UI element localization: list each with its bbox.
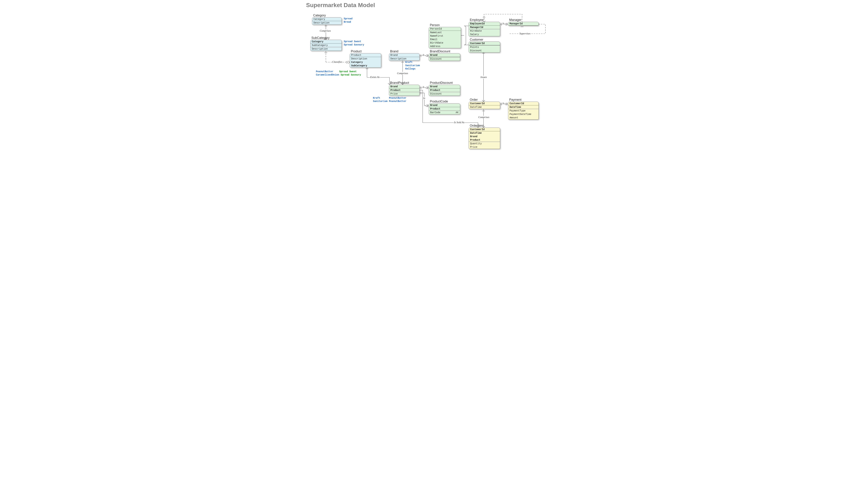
entity-title: Person	[430, 23, 440, 27]
field-brand: Brand	[429, 85, 460, 89]
field-description: Description	[389, 57, 419, 60]
field-brand: Brand	[389, 85, 419, 89]
entity-title: Product	[351, 50, 362, 53]
svg-point-25	[426, 105, 428, 107]
entity-subcategory: SubCategoryCategorySubCategoryDescriptio…	[310, 40, 342, 51]
entity-title: ProductCode	[430, 100, 448, 103]
field-amount: Amount	[508, 116, 539, 119]
field-product: Product	[429, 107, 460, 110]
entity-productdiscount: ProductDiscountBrandProductDiscount	[429, 85, 460, 96]
rel-comprises-brand-bp: Comprises	[397, 72, 408, 75]
rel-is-brand-discount: Is	[422, 54, 425, 57]
field-datetime: DateTime	[508, 105, 539, 109]
field-paymentdatetime: PaymentDateTime	[508, 112, 539, 116]
field-category: Category	[312, 17, 342, 21]
note-product: PeanutButter Spread Sweet CaramelisedOni…	[316, 70, 361, 77]
field-customerid: CustomerId	[508, 102, 539, 105]
svg-point-39	[483, 16, 485, 18]
entity-title: Manager	[509, 18, 522, 22]
field-price: Price	[389, 92, 419, 95]
entity-order: OrderCustomerIdDateTime	[469, 102, 500, 109]
svg-point-15	[426, 55, 428, 57]
field-quantity: Quantity	[469, 142, 500, 145]
field-discount: Discount	[429, 92, 460, 95]
field-subcategory: SubCategory	[350, 64, 381, 67]
diagram-title: Supermarket Data Model	[306, 2, 375, 9]
field-managerid: ManagerId	[508, 22, 539, 26]
entity-employee: EmployeeEmployeeIdManagerIdHireDateSalar…	[469, 22, 500, 36]
entity-title: BrandDiscount	[430, 50, 450, 53]
field-product: Product	[389, 89, 419, 92]
rel-is-sold-as: Is Sold As	[454, 121, 465, 124]
field-personid: PersonId	[429, 27, 461, 31]
entity-title: Brand	[390, 50, 398, 53]
field-brand: Brand	[469, 135, 500, 138]
field-email: Email	[429, 38, 461, 41]
entity-category: CategoryCategoryDescription	[312, 17, 342, 25]
entity-branddiscount: BrandDiscountBrandDiscount	[429, 53, 460, 61]
field-description: Description	[312, 21, 342, 25]
rel-comprises-cat-sub: Comprises	[319, 29, 331, 32]
field-subcategory: SubCategory	[311, 44, 342, 47]
field-product: Product	[350, 54, 381, 57]
field-datetime: DateTime	[469, 105, 500, 109]
svg-point-36	[505, 23, 507, 25]
field-discount: Discount	[469, 49, 500, 52]
field-datetime: DateTime	[469, 131, 500, 135]
field-hiredate: HireDate	[469, 29, 500, 33]
entity-title: ProductDiscount	[430, 81, 453, 85]
entity-productcode: ProductCodeBrandProductBarCodeAK	[429, 103, 460, 114]
entity-title: Customer	[470, 38, 483, 42]
field-price: Price	[469, 145, 500, 149]
entity-product: ProductProductDescriptionCategorySubCate…	[350, 53, 381, 67]
rel-exists-as: Exists As	[370, 76, 380, 79]
field-customerid: CustomerId	[469, 102, 500, 105]
entity-person: PersonPersonIdNameLastNameFirstEmailBirt…	[429, 27, 461, 48]
field-points: Points	[469, 45, 500, 49]
entity-customer: CustomerCustomerIdPointsDiscount	[469, 42, 500, 52]
entity-brandproduct: BrandProductBrandProductPrice	[389, 85, 420, 96]
note-brand: Kraft Sanitarium Kellogs	[405, 61, 420, 71]
rel-supervises: Supervises	[519, 32, 531, 35]
field-barcode: BarCodeAK	[429, 110, 460, 114]
entity-orderitem: OrderItemCustomerIdDateTimeBrandProductQ…	[469, 127, 500, 149]
field-customerid: CustomerId	[469, 42, 500, 45]
svg-point-6	[346, 61, 348, 63]
field-managerid: ManagerId	[469, 26, 500, 29]
field-description: Description	[350, 57, 381, 60]
note-brandproduct: Kraft PeanutButter Sanitarium PeanutButt…	[373, 96, 406, 103]
field-product: Product	[429, 89, 460, 92]
field-product: Product	[469, 138, 500, 142]
rel-is-emp-mgr: Is	[502, 22, 505, 25]
entity-title: Employee	[470, 18, 484, 22]
note-subcategory: Spread Sweet Spread Savoury	[344, 40, 364, 46]
field-address: Address	[429, 45, 461, 48]
rel-is-order-payment: Is	[502, 102, 505, 105]
field-discount: Discount	[429, 57, 460, 61]
entity-title: BrandProduct	[390, 81, 409, 85]
field-brand: Brand	[429, 104, 460, 107]
rel-classifies: Classifies	[332, 60, 343, 63]
field-salary: Salary	[469, 33, 500, 36]
entity-title: OrderItem	[470, 124, 484, 127]
field-namelast: NameLast	[429, 31, 461, 34]
entity-manager: ManagerManagerId	[508, 22, 539, 26]
entity-title: SubCategory	[312, 36, 330, 40]
field-brand: Brand	[429, 54, 460, 57]
entity-brand: BrandBrandDescription	[389, 53, 420, 61]
note-category: Spread Bread	[344, 17, 352, 24]
entity-title: Category	[313, 14, 326, 17]
field-employeeid: EmployeeId	[469, 22, 500, 26]
field-customerid: CustomerId	[469, 128, 500, 131]
rel-comprises-order-item: Comprises	[478, 116, 490, 119]
field-namefirst: NameFirst	[429, 34, 461, 38]
svg-point-19	[426, 87, 428, 89]
rel-is-prod-code: Is	[423, 97, 426, 100]
diagram-canvas: Supermarket Data Model	[302, 0, 558, 150]
entity-title: Payment	[509, 98, 522, 102]
field-category: Category	[311, 40, 342, 44]
rel-is-prod-discount: Is	[422, 86, 425, 89]
field-birthdate: BirthDate	[429, 41, 461, 45]
field-paymenttype: PaymentType	[508, 109, 539, 112]
entity-title: Order	[470, 98, 478, 102]
